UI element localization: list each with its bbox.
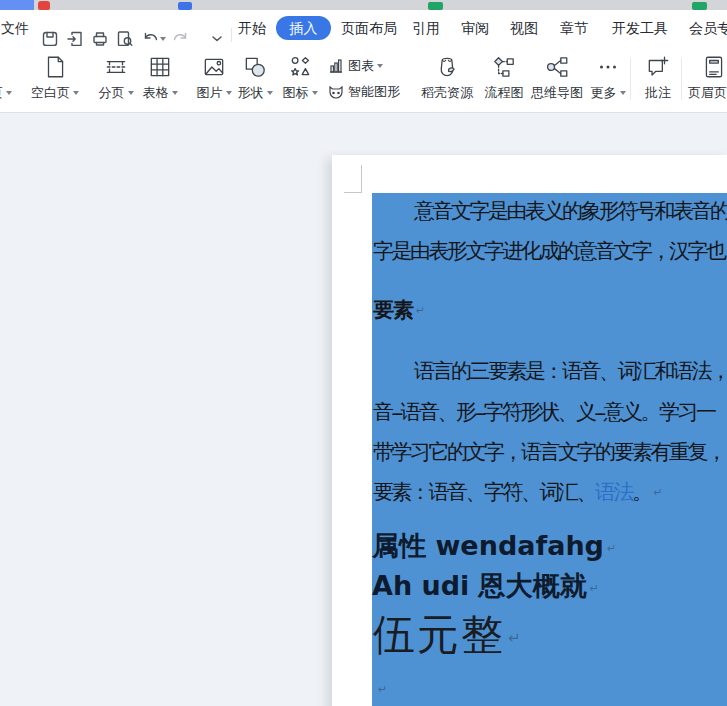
picture-button[interactable]: 图片 bbox=[190, 50, 238, 102]
comment-icon bbox=[645, 54, 671, 80]
hyperlink-yufa[interactable]: 语法 bbox=[595, 480, 632, 504]
dropdown-caret-icon bbox=[6, 91, 12, 95]
tab-references[interactable]: 引用 bbox=[412, 20, 440, 38]
tab-review[interactable]: 审阅 bbox=[461, 20, 489, 38]
document-page[interactable]: 意音文字是由表义的象形符号和表音的声 字是由表形文字进化成的意音文字，汉字也 要… bbox=[332, 155, 727, 706]
paragraph2-line2[interactable]: 音--语音、形--字符形状、义--意义。学习一 bbox=[373, 400, 714, 425]
document-tab-red-icon[interactable] bbox=[38, 1, 50, 10]
margin-crop-mark bbox=[344, 192, 362, 193]
table-icon bbox=[147, 54, 173, 80]
mind-map-icon bbox=[544, 54, 570, 80]
more-insert-button[interactable]: 更多 bbox=[586, 50, 630, 102]
page-break-icon bbox=[103, 54, 129, 80]
dropdown-caret-icon bbox=[312, 91, 318, 95]
shapes-icon bbox=[242, 54, 268, 80]
cover-page-button[interactable]: 封面页 bbox=[0, 50, 18, 102]
chart-icon bbox=[328, 58, 344, 74]
cover-page-icon bbox=[0, 54, 1, 80]
flowchart-button[interactable]: 流程图 bbox=[478, 50, 530, 102]
margin-crop-mark bbox=[361, 165, 362, 193]
wps-writer-window: 文件 bbox=[0, 0, 727, 706]
chart-button[interactable]: 图表 bbox=[328, 55, 383, 77]
table-button[interactable]: 表格 bbox=[136, 50, 184, 102]
flowchart-icon bbox=[491, 54, 517, 80]
home-tab-icon[interactable] bbox=[0, 0, 34, 10]
tab-home[interactable]: 开始 bbox=[238, 20, 266, 38]
comment-button[interactable]: 批注 bbox=[638, 50, 678, 102]
large-line-wuyuanzheng[interactable]: 伍元整 bbox=[373, 610, 521, 660]
bold-line-shuxing[interactable]: 属性 wendafahg bbox=[372, 530, 616, 562]
dropdown-caret-icon bbox=[128, 91, 134, 95]
shapes-button[interactable]: 形状 bbox=[232, 50, 278, 102]
paragraph2-line3[interactable]: 带学习它的文字，语言文字的要素有重复， bbox=[373, 440, 725, 465]
document-workspace[interactable]: 意音文字是由表义的象形符号和表音的声 字是由表形文字进化成的意音文字，汉字也 要… bbox=[0, 113, 727, 706]
tab-section[interactable]: 章节 bbox=[560, 20, 588, 38]
spreadsheet-tab-green-icon[interactable] bbox=[428, 2, 443, 10]
insert-ribbon-toolbar: 封面页 空白页 分页 表格 图片 形状 bbox=[0, 46, 727, 113]
tab-view[interactable]: 视图 bbox=[510, 20, 538, 38]
paragraph1-line2[interactable]: 字是由表形文字进化成的意音文字，汉字也 bbox=[373, 239, 725, 264]
page-break-button[interactable]: 分页 bbox=[90, 50, 142, 102]
menu-bar: 文件 bbox=[0, 10, 727, 46]
toolbar-divider bbox=[681, 58, 682, 100]
paragraph-mark-icon bbox=[378, 683, 387, 696]
docer-resources-button[interactable]: 稻壳资源 bbox=[417, 50, 477, 102]
paragraph-mark-icon bbox=[654, 486, 663, 499]
icon-library-icon bbox=[287, 54, 313, 80]
paragraph1-line1[interactable]: 意音文字是由表义的象形符号和表音的声 bbox=[414, 199, 727, 224]
toolbar-divider bbox=[630, 58, 631, 100]
tab-member-exclusive[interactable]: 会员专享 bbox=[689, 20, 727, 38]
tab-developer-tools[interactable]: 开发工具 bbox=[612, 20, 668, 38]
paragraph2-line4[interactable]: 要素：语音、字符、词汇、语法。 bbox=[373, 480, 663, 505]
smart-graphics-button[interactable]: 智能图形 bbox=[328, 81, 400, 103]
paragraph-mark-icon bbox=[607, 542, 616, 555]
dropdown-caret-icon bbox=[172, 91, 178, 95]
mind-map-button[interactable]: 思维导图 bbox=[528, 50, 586, 102]
paragraph-mark-icon bbox=[416, 304, 425, 317]
header-footer-icon bbox=[701, 54, 727, 80]
ellipsis-icon bbox=[595, 54, 621, 80]
paragraph-mark-icon bbox=[590, 582, 599, 595]
docer-resources-icon bbox=[434, 54, 460, 80]
blank-page-icon bbox=[42, 54, 68, 80]
dropdown-caret-icon bbox=[377, 64, 383, 68]
dropdown-caret-icon bbox=[73, 91, 79, 95]
menu-divider bbox=[231, 28, 232, 42]
smart-graphics-icon bbox=[328, 84, 344, 100]
document-tab-blue-icon[interactable] bbox=[178, 2, 192, 10]
spreadsheet-tab-green-icon-2[interactable] bbox=[692, 2, 707, 10]
dropdown-caret-icon bbox=[226, 91, 232, 95]
tab-page-layout[interactable]: 页面布局 bbox=[341, 20, 397, 38]
header-footer-button[interactable]: 页眉页脚 bbox=[686, 50, 727, 102]
bold-line-ahudi[interactable]: Ah udi 恩大概就 bbox=[372, 570, 599, 602]
heading-yaosu[interactable]: 要素 bbox=[373, 298, 425, 323]
undo-dropdown-caret-icon[interactable] bbox=[160, 37, 166, 41]
dropdown-caret-icon bbox=[267, 91, 273, 95]
icons-button[interactable]: 图标 bbox=[277, 50, 323, 102]
paragraph-mark-icon bbox=[508, 629, 521, 647]
picture-icon bbox=[201, 54, 227, 80]
dropdown-caret-icon bbox=[620, 91, 626, 95]
window-tab-strip[interactable] bbox=[0, 0, 727, 10]
tab-insert-active[interactable]: 插入 bbox=[276, 16, 331, 40]
blank-page-button[interactable]: 空白页 bbox=[24, 50, 86, 102]
paragraph2-line1[interactable]: 语言的三要素是：语音、词汇和语法，文 bbox=[414, 359, 727, 384]
file-menu[interactable]: 文件 bbox=[1, 20, 29, 38]
